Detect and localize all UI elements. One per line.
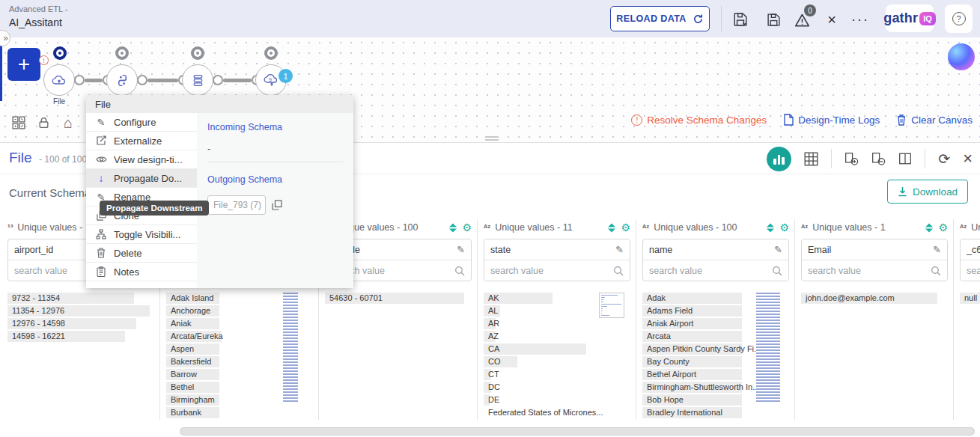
value-row: DC [484,382,630,393]
sort-icon[interactable] [766,223,775,233]
field-name: Email [808,245,933,255]
edit-field-pencil-icon[interactable]: ✎ [457,244,465,255]
field-name: name [649,245,774,255]
search-value-input[interactable] [649,266,772,276]
menu-item-delete[interactable]: Delete [86,244,197,263]
sort-icon[interactable] [925,223,934,233]
search-value-input[interactable] [808,266,931,276]
value-label: Birmingham [171,395,215,404]
propagate-downstream-tooltip: Propagate Downstream [100,201,209,216]
edit-field-pencil-icon[interactable]: ✎ [933,244,941,255]
column-settings-gear-icon[interactable]: ⚙ [621,222,630,233]
menu-item-toggle-visibility[interactable]: Toggle Visibili... [86,225,197,244]
value-row: Federated States of Micrones... [484,407,630,418]
sitemap-icon [95,229,107,239]
more-options-icon[interactable]: ··· [852,11,868,28]
sort-icon[interactable] [448,223,457,233]
help-button[interactable]: ? [945,4,973,33]
save-version-icon[interactable] [732,11,749,28]
menu-item-label: Configure [114,117,156,128]
help-icon: ? [952,12,966,25]
add-component-button[interactable]: + [7,48,40,81]
connector-line [147,79,178,82]
outgoing-schema-field[interactable]: File_793 (7) [207,195,266,215]
value-row: Bradley International [642,407,789,418]
eye-icon [95,155,107,164]
split-view-icon[interactable] [898,152,912,165]
schema-side-panel: Incoming Schema - Outgoing Schema File_7… [197,113,353,288]
preview-title: File [9,150,32,166]
menu-item-label: Propagate Do... [114,173,182,184]
clear-canvas-link[interactable]: Clear Canvas [896,114,973,126]
design-time-logs-link[interactable]: Design-Time Logs [783,114,880,126]
lock-icon[interactable] [35,114,52,131]
current-schema-label: Current Schema [9,186,91,199]
node-dataset[interactable] [182,64,213,96]
value-label: Aspen [171,344,194,353]
column-settings-gear-icon[interactable]: ⚙ [462,222,472,233]
download-label: Download [913,186,958,198]
horizontal-scrollbar[interactable] [180,427,975,436]
menu-item-view-design-time[interactable]: View design-ti... [86,150,197,169]
edit-field-pencil-icon[interactable]: ✎ [615,244,624,255]
search-value-input[interactable] [490,266,613,276]
value-label: Arcata/Eureka [171,331,223,340]
node-alert-badge: ! [39,55,49,65]
sort-icon[interactable] [607,223,616,233]
add-column-icon[interactable] [844,152,859,166]
node-visibility-eye-icon[interactable] [115,46,129,60]
reload-data-button[interactable]: RELOAD DATA [610,6,710,31]
node-visibility-eye-icon[interactable] [264,46,278,60]
node-port[interactable] [213,75,223,85]
panel-resize-handle[interactable] [485,136,499,141]
app-root: Advanced ETL - AI_Assitant RELOAD DATA 0… [0,0,980,437]
canvas-actions: ! Resolve Schema Changes Design-Time Log… [631,114,973,126]
value-row: 12976 - 14598 [7,318,154,329]
column-values-list: Adak IslandAnchorageAniakArcata/EurekaAs… [166,293,313,420]
column-header: ᴬᶻUnique values -⚙ [960,221,980,234]
menu-item-label: Externalize [114,135,162,147]
search-value-input[interactable] [967,266,980,276]
grid-view-icon[interactable] [10,114,27,131]
resolve-schema-changes-link[interactable]: ! Resolve Schema Changes [631,114,767,126]
edit-field-pencil-icon[interactable]: ✎ [774,244,782,255]
menu-item-propagate-downstream[interactable]: ↓ Propagate Do... [86,169,197,188]
remove-column-icon[interactable] [871,152,886,166]
column-field-box: Email✎ [801,239,948,281]
copy-icon[interactable] [272,200,282,210]
menu-item-configure[interactable]: ✎ Configure [86,113,197,132]
ai-assistant-orb[interactable] [948,43,975,70]
node-python[interactable] [106,64,138,96]
node-port[interactable] [74,75,85,85]
warning-circle-icon: ! [631,114,642,126]
column-settings-gear-icon[interactable]: ⚙ [938,222,948,233]
table-view-icon[interactable] [804,152,818,166]
column-settings-gear-icon[interactable]: ⚙ [779,222,789,233]
mini-histogram [599,293,624,318]
close-preview-icon[interactable]: × [963,149,973,168]
menu-item-notes[interactable]: Notes [86,263,197,281]
download-button[interactable]: Download [887,180,968,204]
node-label: File [44,97,74,106]
value-label: Adak Island [171,293,213,302]
node-visibility-eye-icon[interactable] [53,46,67,60]
column-field-box: _c6✎ [960,239,980,281]
refresh-preview-icon[interactable]: ⟳ [938,150,950,168]
profile-view-icon[interactable] [767,147,791,171]
menu-item-externalize[interactable]: Externalize [86,132,197,150]
value-label: Adams Field [647,306,693,315]
node-port[interactable] [137,75,147,85]
resolve-schema-changes-label: Resolve Schema Changes [647,114,767,126]
value-row: 9732 - 11354 [7,293,154,304]
close-pipeline-icon[interactable]: × [824,11,840,28]
value-row: null [960,293,980,304]
home-icon[interactable]: ⌂ [60,114,76,131]
node-file-source[interactable] [43,64,75,96]
alerts-icon[interactable]: 0 [794,11,810,28]
save-icon[interactable] [765,11,782,28]
value-label: CO [488,357,501,366]
column-type-icon: ᴬᶻ [801,223,808,232]
node-visibility-eye-icon[interactable] [191,46,204,60]
value-label: Aniak [171,319,192,328]
pipeline-title: AI_Assitant [9,16,62,28]
